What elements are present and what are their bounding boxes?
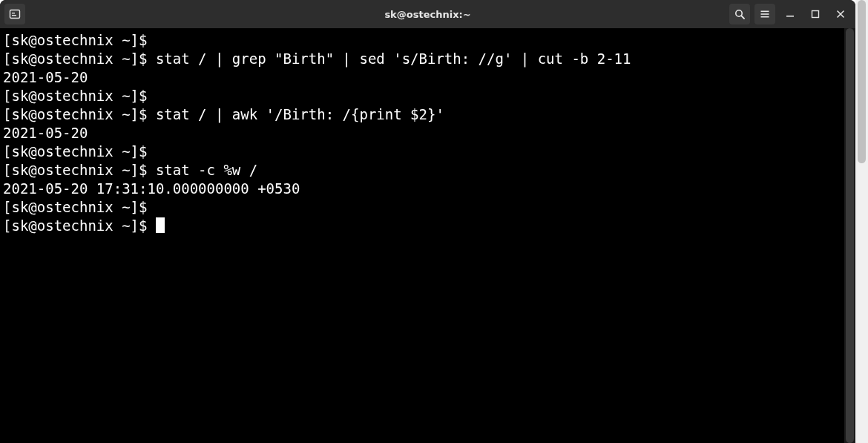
terminal-prompt-line: [sk@ostechnix ~]$ [3,217,852,235]
terminal-output-line: 2021-05-20 17:31:10.000000000 +0530 [3,180,852,198]
page-scrollbar-thumb[interactable] [858,0,866,163]
svg-rect-7 [761,16,769,18]
titlebar-left [4,4,25,24]
svg-rect-8 [786,16,794,17]
terminal-cursor [156,217,165,233]
minimize-icon [786,10,795,19]
terminal-prompt-line: [sk@ostechnix ~]$ [3,31,852,50]
page-scrollbar[interactable] [855,0,868,443]
new-tab-button[interactable] [4,4,25,24]
terminal-new-tab-icon [9,8,21,20]
minimize-button[interactable] [780,4,800,24]
svg-rect-6 [761,13,769,15]
close-icon [836,10,845,19]
svg-rect-2 [12,15,16,16]
svg-rect-5 [761,11,769,13]
terminal-prompt-line: [sk@ostechnix ~]$ [3,198,852,217]
terminal-prompt-line: [sk@ostechnix ~]$ stat -c %w / [3,161,852,180]
terminal-viewport[interactable]: [sk@ostechnix ~]$ [sk@ostechnix ~]$ stat… [0,28,855,443]
hamburger-icon [759,8,771,20]
terminal-output-line: 2021-05-20 [3,68,852,87]
terminal-prompt-line: [sk@ostechnix ~]$ [3,87,852,105]
terminal-window: sk@ostechnix:~ [0,0,855,443]
maximize-button[interactable] [805,4,826,24]
terminal-prompt-line: [sk@ostechnix ~]$ stat / | awk '/Birth: … [3,105,852,124]
search-button[interactable] [729,4,750,24]
close-button[interactable] [830,4,851,24]
titlebar: sk@ostechnix:~ [0,0,855,28]
hamburger-menu-button[interactable] [754,4,775,24]
svg-rect-9 [812,11,819,18]
terminal-prompt-line: [sk@ostechnix ~]$ stat / | grep "Birth" … [3,50,852,68]
search-icon [734,8,746,20]
terminal-content: [sk@ostechnix ~]$ [sk@ostechnix ~]$ stat… [3,31,852,235]
svg-line-4 [741,16,744,19]
window-title: sk@ostechnix:~ [0,9,855,20]
terminal-scrollbar-thumb[interactable] [846,28,854,443]
terminal-output-line: 2021-05-20 [3,124,852,142]
terminal-scrollbar[interactable] [844,28,855,443]
maximize-icon [811,10,820,19]
svg-rect-1 [12,13,15,13]
svg-rect-0 [10,10,20,19]
titlebar-right [729,4,851,24]
terminal-prompt-line: [sk@ostechnix ~]$ [3,142,852,161]
